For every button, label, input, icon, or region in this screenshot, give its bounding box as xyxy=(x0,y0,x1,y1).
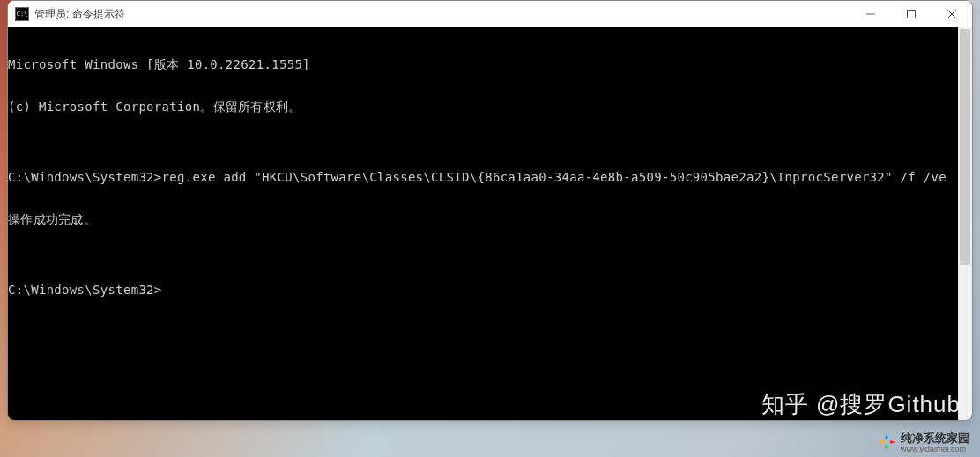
terminal-prompt: C:\Windows\System32> xyxy=(8,283,972,297)
terminal-area[interactable]: Microsoft Windows [版本 10.0.22621.1555] (… xyxy=(8,27,972,420)
watermark-brand: 纯净系统家园 www.yidaimei.com xyxy=(876,430,969,453)
command-prompt-window: C:\ 管理员: 命令提示符 Microsoft Windows [版本 10.… xyxy=(7,0,973,421)
terminal-result: 操作成功完成。 xyxy=(8,212,972,226)
maximize-button[interactable] xyxy=(891,1,932,27)
window-controls xyxy=(850,1,972,27)
window-title: 管理员: 命令提示符 xyxy=(34,7,125,22)
scrollbar-thumb[interactable] xyxy=(960,29,970,265)
terminal-output: (c) Microsoft Corporation。保留所有权利。 xyxy=(8,100,972,114)
titlebar-left: C:\ 管理员: 命令提示符 xyxy=(15,7,125,22)
svg-rect-1 xyxy=(908,11,916,18)
terminal-command: C:\Windows\System32>reg.exe add "HKCU\So… xyxy=(8,170,972,184)
cmd-icon: C:\ xyxy=(15,7,29,21)
terminal-output: Microsoft Windows [版本 10.0.22621.1555] xyxy=(8,57,972,71)
brand-url: www.yidaimei.com xyxy=(901,445,969,453)
minimize-button[interactable] xyxy=(850,1,891,27)
brand-text-wrap: 纯净系统家园 www.yidaimei.com xyxy=(901,430,969,453)
close-button[interactable] xyxy=(932,1,972,27)
brand-logo-icon xyxy=(876,431,897,453)
titlebar[interactable]: C:\ 管理员: 命令提示符 xyxy=(8,1,972,27)
brand-name: 纯净系统家园 xyxy=(901,431,969,445)
scrollbar-track[interactable] xyxy=(958,27,972,420)
